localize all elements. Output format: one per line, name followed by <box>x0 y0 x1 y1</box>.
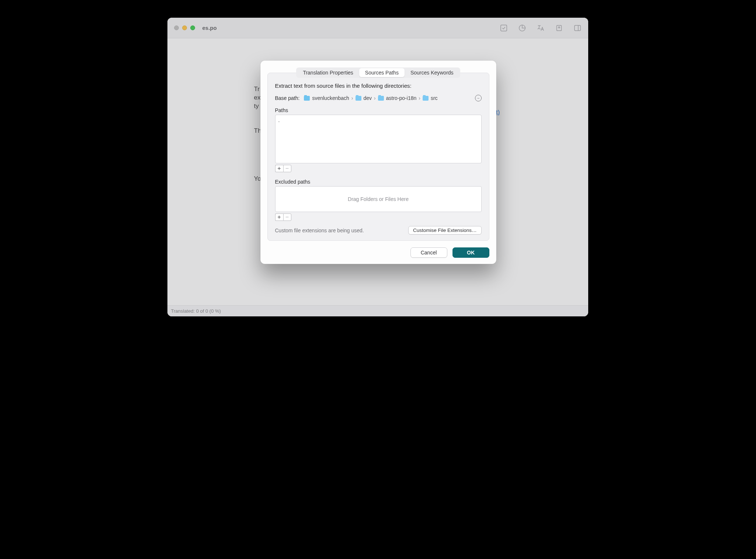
chevron-right-icon: › <box>351 95 353 101</box>
cancel-button[interactable]: Cancel <box>410 247 447 258</box>
paths-listbox[interactable]: . <box>275 115 482 163</box>
paths-stepper: + − <box>275 165 482 172</box>
breadcrumb-segment: svenluckenbach <box>312 95 349 101</box>
breadcrumb-segment: dev <box>364 95 372 101</box>
tab-translation-properties[interactable]: Translation Properties <box>297 68 359 77</box>
paths-label: Paths <box>275 107 482 113</box>
breadcrumb-segment: astro-po-i18n <box>386 95 417 101</box>
base-path-breadcrumbs[interactable]: svenluckenbach › dev › astro-po-i18n › s… <box>304 95 470 101</box>
folder-icon <box>423 96 429 101</box>
dialog-tabs: Translation Properties Sources Paths Sou… <box>267 67 489 78</box>
sources-paths-pane: Extract text from source files in the fo… <box>267 73 489 241</box>
chevron-right-icon: › <box>374 95 376 101</box>
ok-button[interactable]: OK <box>452 247 489 258</box>
home-folder-icon <box>304 96 310 101</box>
folder-icon <box>378 96 384 101</box>
breadcrumb-segment: src <box>431 95 438 101</box>
pane-heading: Extract text from source files in the fo… <box>275 83 482 89</box>
extensions-note: Custom file extensions are being used. <box>275 228 364 233</box>
base-path-label: Base path: <box>275 95 300 101</box>
add-excluded-button[interactable]: + <box>275 213 283 221</box>
catalog-properties-dialog: Translation Properties Sources Paths Sou… <box>260 60 496 264</box>
list-item[interactable]: . <box>278 117 478 123</box>
base-path-row: Base path: svenluckenbach › dev › astro-… <box>275 95 482 101</box>
dialog-buttons: Cancel OK <box>267 247 489 258</box>
open-base-path-icon[interactable]: → <box>475 95 482 101</box>
add-path-button[interactable]: + <box>275 165 283 172</box>
excluded-stepper: + − <box>275 213 482 221</box>
folder-icon <box>356 96 361 101</box>
tab-sources-paths[interactable]: Sources Paths <box>359 68 405 77</box>
chevron-right-icon: › <box>419 95 420 101</box>
customise-extensions-button[interactable]: Customise File Extensions… <box>408 226 482 235</box>
remove-path-button[interactable]: − <box>283 165 291 172</box>
excluded-paths-listbox[interactable]: Drag Folders or Files Here <box>275 186 482 212</box>
remove-excluded-button[interactable]: − <box>283 213 291 221</box>
tab-sources-keywords[interactable]: Sources Keywords <box>405 68 460 77</box>
drop-hint: Drag Folders or Files Here <box>348 196 409 202</box>
excluded-paths-label: Excluded paths <box>275 179 482 185</box>
